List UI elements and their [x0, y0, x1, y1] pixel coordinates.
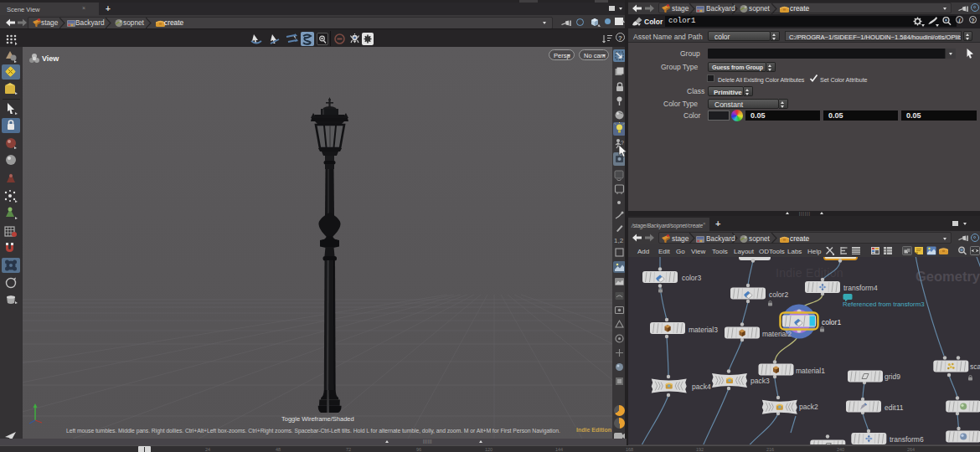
svg-text:Indie Edition: Indie Edition: [776, 266, 843, 280]
svg-text:Geometry: Geometry: [916, 269, 980, 284]
svg-text:material3: material3: [689, 326, 718, 334]
svg-text:color3: color3: [682, 274, 701, 282]
svg-text:material1: material1: [796, 367, 825, 375]
svg-text:transform4: transform4: [843, 284, 878, 292]
svg-text:pack4: pack4: [692, 383, 711, 391]
svg-text:1,2: 1,2: [614, 237, 624, 244]
svg-text:sca: sca: [970, 362, 980, 371]
svg-text:grid9: grid9: [885, 372, 900, 381]
svg-text:pack2: pack2: [799, 403, 818, 411]
svg-text:material2: material2: [762, 330, 792, 338]
svg-text:pack3: pack3: [750, 377, 770, 385]
svg-text:edit11: edit11: [885, 403, 904, 412]
svg-text:transform6: transform6: [890, 435, 924, 444]
svg-text:color1: color1: [822, 318, 841, 326]
svg-text:color2: color2: [769, 290, 788, 299]
svg-text:Referenced from transform3: Referenced from transform3: [843, 300, 925, 308]
